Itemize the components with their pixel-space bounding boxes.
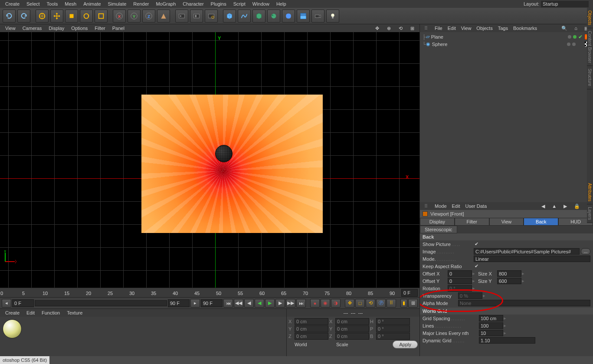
z-axis-button[interactable]: Z	[142, 10, 155, 23]
mat-menu-function[interactable]: Function	[38, 310, 63, 315]
end-frame-field[interactable]: 90 F	[201, 299, 223, 307]
tree-item-sphere[interactable]: └ ◉ Sphere	[421, 40, 592, 48]
image-browse-button[interactable]: ...	[581, 248, 590, 255]
timeline-handle-left[interactable]: ◂	[2, 299, 11, 308]
coord-z-size-field[interactable]: 0 cm	[335, 333, 369, 340]
mat-menu-edit[interactable]: Edit	[23, 310, 38, 315]
obj-menu-file[interactable]: File	[432, 26, 445, 31]
rotation-field[interactable]: 0 °	[448, 285, 472, 292]
coord-x-size-field[interactable]: 0 cm	[335, 318, 369, 325]
x-axis-button[interactable]: X	[113, 10, 126, 23]
menu-animate[interactable]: Animate	[80, 1, 104, 7]
timeline-scrub[interactable]	[35, 300, 167, 306]
render-pv-button[interactable]	[190, 10, 203, 23]
enable-check[interactable]: ✔	[578, 34, 583, 40]
offset-y-field[interactable]: 0	[448, 278, 472, 284]
cube-primitive-button[interactable]	[223, 10, 236, 23]
goto-prev-key-button[interactable]: ◀◀	[234, 299, 243, 308]
current-frame-field[interactable]: 0 F	[401, 289, 418, 297]
side-tab-content-browser[interactable]: Content Browser	[587, 28, 593, 66]
vp-menu-view[interactable]: View	[2, 26, 19, 31]
image-path-field[interactable]: C:#Users#Public#Pictures#Sample Pictures…	[474, 248, 580, 255]
grip-icon[interactable]: ⠿	[422, 203, 430, 209]
vp-panels-icon[interactable]: ⊞	[407, 26, 418, 31]
animation-mode-button[interactable]: ▮	[400, 299, 407, 308]
home-icon[interactable]: ⌂	[572, 26, 580, 31]
param-key-button[interactable]: Ⓟ	[376, 299, 386, 308]
tab-filter[interactable]: Filter	[455, 218, 489, 226]
major-lines-field[interactable]: 10	[479, 330, 503, 336]
tab-view[interactable]: View	[489, 218, 524, 226]
coord-x-pos-field[interactable]: 0 cm	[295, 318, 328, 325]
grid-lines-field[interactable]: 100	[479, 322, 503, 329]
grip-icon[interactable]: ⠿	[422, 26, 430, 31]
nav-fwd-icon[interactable]: ▶	[561, 203, 570, 209]
light-button[interactable]	[326, 10, 339, 23]
keyframe-sel-button[interactable]: ◑	[331, 299, 341, 308]
viewport-3d[interactable]: X Y YX	[0, 32, 419, 288]
environment-button[interactable]	[297, 10, 310, 23]
obj-menu-objects[interactable]: Objects	[474, 26, 495, 31]
tree-item-plane[interactable]: ├ ▱ Plane ✔	[421, 33, 592, 40]
menu-mograph[interactable]: MoGraph	[152, 1, 179, 7]
render-dot[interactable]	[572, 43, 576, 46]
attr-menu-mode[interactable]: Mode	[432, 203, 449, 209]
attr-menu-edit[interactable]: Edit	[449, 203, 463, 209]
undo-button[interactable]	[3, 10, 16, 23]
layout-dropdown[interactable]: Startup	[541, 1, 589, 7]
y-axis-button[interactable]: Y	[128, 10, 141, 23]
spline-button[interactable]	[238, 10, 251, 23]
render-view-button[interactable]	[175, 10, 188, 23]
vp-menu-filter[interactable]: Filter	[91, 26, 108, 31]
coord-system-select[interactable]: World	[295, 342, 328, 347]
modeling-button[interactable]	[267, 10, 280, 23]
timeline-handle-right[interactable]: ▸	[190, 299, 200, 308]
play-back-button[interactable]: ◀	[255, 299, 264, 308]
menu-help[interactable]: Help	[273, 1, 290, 7]
scale-tool[interactable]	[65, 10, 78, 23]
record-button[interactable]: ●	[310, 299, 320, 308]
coord-y-size-field[interactable]: 0 cm	[335, 325, 369, 332]
alpha-mode-dropdown[interactable]: None	[458, 300, 590, 306]
menu-tools[interactable]: Tools	[43, 1, 62, 7]
show-picture-checkbox[interactable]: ✔	[474, 242, 479, 247]
size-y-field[interactable]: 600	[497, 278, 521, 284]
dynamic-grid-dropdown[interactable]: 1.10	[479, 337, 535, 344]
menu-mesh[interactable]: Mesh	[61, 1, 80, 7]
play-forward-button[interactable]: ▶	[265, 299, 275, 308]
vp-zoom-icon[interactable]: ⊕	[383, 26, 394, 31]
side-tab-objects[interactable]: Objects	[587, 8, 593, 28]
tab-stereoscopic[interactable]: Stereoscopic	[420, 226, 457, 233]
redo-button[interactable]	[17, 10, 30, 23]
search-icon[interactable]: 🔍	[559, 26, 570, 31]
range-end-field[interactable]: 90 F	[168, 299, 190, 307]
range-start-field[interactable]: 0 F	[12, 299, 34, 307]
coord-y-pos-field[interactable]: 0 cm	[295, 325, 328, 332]
autokey-button[interactable]: ◉	[321, 299, 330, 308]
prev-frame-button[interactable]: ◀	[244, 299, 254, 308]
pos-key-button[interactable]: ✥	[345, 299, 354, 308]
sphere-object[interactable]	[215, 145, 233, 162]
next-frame-button[interactable]: ▶	[275, 299, 285, 308]
point-level-button[interactable]: ⠿	[387, 299, 396, 308]
menu-create[interactable]: Create	[2, 1, 23, 7]
visibility-dot[interactable]	[567, 43, 570, 46]
nav-back-icon[interactable]: ◀	[539, 203, 547, 209]
goto-end-button[interactable]: ⏭	[296, 299, 306, 308]
nav-up-icon[interactable]: ▲	[549, 203, 559, 209]
goto-next-key-button[interactable]: ▶▶	[286, 299, 295, 308]
scale-key-button[interactable]: □	[355, 299, 365, 308]
deformer-button[interactable]	[282, 10, 295, 23]
visibility-dot[interactable]	[568, 35, 571, 39]
rot-key-button[interactable]: ⟲	[366, 299, 375, 308]
coord-p-field[interactable]: 0 °	[376, 325, 410, 332]
nurbs-button[interactable]	[252, 10, 265, 23]
keep-aspect-checkbox[interactable]: ✔	[474, 264, 479, 269]
tab-back[interactable]: Back	[524, 218, 558, 226]
timeline-ruler[interactable]: 0 F 051015202530354045505560657075808590	[0, 288, 419, 297]
menu-plugins[interactable]: Plugins	[207, 1, 230, 7]
transparency-field[interactable]: 0 %	[458, 292, 482, 299]
vp-menu-display[interactable]: Display	[45, 26, 68, 31]
side-tab-layers[interactable]: Layers	[587, 204, 593, 223]
vp-menu-panel[interactable]: Panel	[109, 26, 128, 31]
